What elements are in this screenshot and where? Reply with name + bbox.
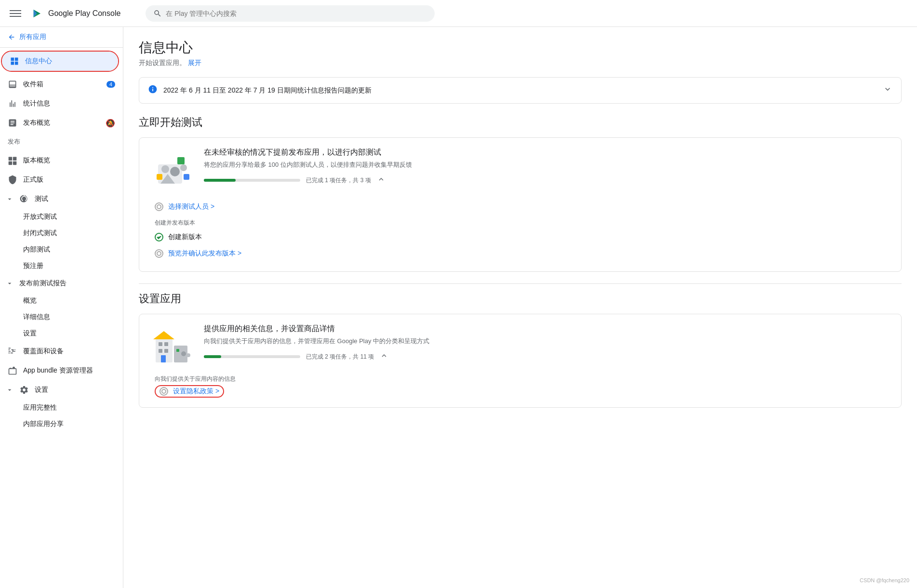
inbox-icon bbox=[8, 80, 17, 89]
sidebar-item-coverage[interactable]: 覆盖面和设备 bbox=[0, 342, 123, 361]
progress-toggle-icon[interactable] bbox=[377, 175, 385, 186]
search-input[interactable] bbox=[166, 10, 427, 17]
card-internal-testing: 在未经审核的情况下提前发布应用，以进行内部测试 将您的应用分享给最多 100 位… bbox=[139, 137, 902, 272]
info-banner[interactable]: 2022 年 6 月 11 日至 2022 年 7 月 19 日期间统计信息报告… bbox=[139, 77, 902, 104]
svg-rect-9 bbox=[9, 161, 13, 165]
task-item-2: 创建新版本 bbox=[155, 229, 890, 245]
task-list-2: 向我们提供关于应用内容的信息 设置隐私政策 > bbox=[151, 375, 890, 398]
progress-toggle-icon-2[interactable] bbox=[380, 351, 388, 362]
progress-bar-fill-2 bbox=[204, 355, 221, 358]
sidebar-sub-item-pre-register[interactable]: 预注册 bbox=[0, 258, 123, 274]
svg-rect-7 bbox=[9, 157, 13, 161]
task-check-privacy bbox=[159, 387, 168, 396]
svg-rect-10 bbox=[13, 161, 17, 165]
sidebar-sub-item-app-integrity[interactable]: 应用完整性 bbox=[0, 400, 123, 416]
section-setup-title: 设置应用 bbox=[139, 292, 902, 306]
expand-link[interactable]: 展开 bbox=[188, 59, 201, 67]
svg-rect-27 bbox=[161, 355, 166, 362]
svg-rect-16 bbox=[157, 174, 162, 180]
svg-rect-24 bbox=[164, 342, 168, 346]
sidebar-sub-item-internal-test[interactable]: 内部测试 bbox=[0, 241, 123, 258]
sidebar-item-version-overview[interactable]: 版本概览 bbox=[0, 151, 123, 170]
pre-release-expand-icon bbox=[6, 280, 13, 287]
menu-button[interactable] bbox=[8, 6, 23, 21]
card2-header: 提供应用的相关信息，并设置商品详情 向我们提供关于应用内容的信息，并管理应用在 … bbox=[151, 324, 890, 367]
task-item-privacy-highlight: 设置隐私政策 > bbox=[155, 385, 224, 398]
svg-point-31 bbox=[186, 353, 190, 357]
testing-expand-icon bbox=[6, 195, 13, 203]
testing-illustration bbox=[151, 147, 194, 191]
testing-icon bbox=[19, 194, 29, 204]
svg-rect-1 bbox=[10, 13, 21, 14]
task-group-label-1: 创建并发布版本 bbox=[155, 219, 890, 227]
sidebar-sub-item-closed-test[interactable]: 封闭式测试 bbox=[0, 225, 123, 241]
banner-chevron-icon bbox=[883, 84, 892, 96]
sidebar-item-info-center-wrapper: 信息中心 bbox=[0, 50, 123, 73]
app-bundle-icon bbox=[8, 366, 17, 375]
info-center-icon bbox=[10, 56, 19, 66]
sidebar-sub-item-settings[interactable]: 设置 bbox=[0, 325, 123, 342]
task-link-3[interactable]: 预览并确认此发布版本 > bbox=[168, 249, 241, 258]
card-header: 在未经审核的情况下提前发布应用，以进行内部测试 将您的应用分享给最多 100 位… bbox=[151, 147, 890, 191]
setup-illustration bbox=[151, 324, 194, 367]
sidebar-sub-item-overview[interactable]: 概览 bbox=[0, 293, 123, 309]
sidebar-item-pre-release-report[interactable]: 发布前测试报告 bbox=[0, 274, 123, 293]
svg-point-13 bbox=[170, 167, 180, 176]
svg-rect-15 bbox=[177, 157, 185, 164]
sidebar-sub-item-details[interactable]: 详细信息 bbox=[0, 309, 123, 325]
svg-point-20 bbox=[157, 252, 161, 255]
sidebar-all-apps[interactable]: 所有应用 bbox=[0, 27, 123, 48]
page-title: 信息中心 bbox=[139, 39, 902, 57]
section-testing-title: 立即开始测试 bbox=[139, 115, 902, 130]
card2-title: 提供应用的相关信息，并设置商品详情 bbox=[204, 324, 890, 334]
section-divider bbox=[139, 283, 902, 284]
layout: 所有应用 信息中心 收件箱 4 bbox=[0, 27, 917, 588]
card-setup-app: 提供应用的相关信息，并设置商品详情 向我们提供关于应用内容的信息，并管理应用在 … bbox=[139, 314, 902, 408]
banner-text: 2022 年 6 月 11 日至 2022 年 7 月 19 日期间统计信息报告… bbox=[163, 86, 877, 95]
task-check-3 bbox=[155, 249, 163, 258]
sidebar-sub-item-internal-app[interactable]: 内部应用分享 bbox=[0, 416, 123, 432]
card2-text: 提供应用的相关信息，并设置商品详情 向我们提供关于应用内容的信息，并管理应用在 … bbox=[204, 324, 890, 364]
sidebar-item-testing[interactable]: 测试 bbox=[0, 189, 123, 209]
progress-text: 已完成 1 项任务，共 3 项 bbox=[306, 176, 371, 185]
svg-point-32 bbox=[162, 389, 166, 393]
svg-rect-8 bbox=[13, 157, 17, 161]
topbar: Google Play Console bbox=[0, 0, 917, 27]
publish-overview-icon bbox=[8, 118, 17, 128]
main-content: 信息中心 开始设置应用。 展开 2022 年 6 月 11 日至 2022 年 … bbox=[123, 27, 917, 588]
task-list-1: 选择测试人员 > 创建并发布版本 创建新版本 预览并确认此发布版本 > bbox=[151, 199, 890, 262]
svg-point-30 bbox=[181, 351, 186, 356]
logo[interactable]: Google Play Console bbox=[29, 6, 120, 21]
task-item-3: 预览并确认此发布版本 > bbox=[155, 245, 890, 262]
progress-bar-bg bbox=[204, 179, 300, 182]
task-link-privacy[interactable]: 设置隐私政策 > bbox=[173, 387, 219, 396]
sidebar-item-stats[interactable]: 统计信息 bbox=[0, 94, 123, 113]
sidebar-sub-item-open-test[interactable]: 开放式测试 bbox=[0, 209, 123, 225]
sidebar-item-settings-main[interactable]: 设置 bbox=[0, 380, 123, 400]
sidebar-item-inbox[interactable]: 收件箱 4 bbox=[0, 75, 123, 94]
svg-point-12 bbox=[161, 165, 169, 173]
search-icon bbox=[153, 9, 162, 18]
sidebar-item-app-bundle[interactable]: App bundle 资源管理器 bbox=[0, 361, 123, 380]
sidebar-item-publish-overview[interactable]: 发布概览 🔕 bbox=[0, 113, 123, 133]
sidebar-item-info-center[interactable]: 信息中心 bbox=[2, 52, 118, 71]
sidebar-item-release[interactable]: 正式版 bbox=[0, 170, 123, 189]
page-subtitle: 开始设置应用。 展开 bbox=[139, 59, 902, 67]
settings-expand-icon bbox=[6, 386, 13, 394]
svg-rect-29 bbox=[176, 349, 179, 352]
inbox-badge: 4 bbox=[106, 81, 115, 88]
card1-desc: 将您的应用分享给最多 100 位内部测试人员，以便排查问题并收集早期反馈 bbox=[204, 160, 890, 169]
svg-rect-25 bbox=[159, 349, 162, 353]
task-link-1[interactable]: 选择测试人员 > bbox=[168, 202, 214, 211]
task-check-1 bbox=[155, 202, 163, 211]
card1-title: 在未经审核的情况下提前发布应用，以进行内部测试 bbox=[204, 147, 890, 158]
card1-text: 在未经审核的情况下提前发布应用，以进行内部测试 将您的应用分享给最多 100 位… bbox=[204, 147, 890, 187]
svg-rect-23 bbox=[159, 342, 162, 346]
task-item-privacy-wrapper: 设置隐私政策 > bbox=[155, 385, 224, 398]
publish-icon: 🔕 bbox=[106, 119, 115, 128]
sidebar-section-publish: 发布 bbox=[0, 133, 123, 151]
app-title: Google Play Console bbox=[48, 9, 120, 18]
search-bar[interactable] bbox=[146, 5, 435, 22]
settings-main-icon bbox=[19, 385, 29, 395]
svg-marker-28 bbox=[153, 331, 174, 339]
